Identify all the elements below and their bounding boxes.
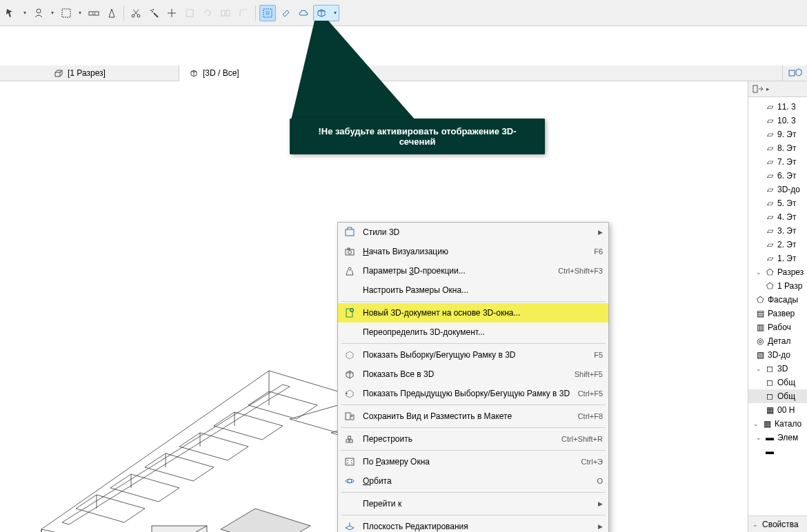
menu-show-prev-3d[interactable]: Показать Предыдущую Выборку/Бегущую Рамк…: [338, 384, 608, 403]
story-icon: ▱: [765, 171, 775, 181]
menu-rebuild[interactable]: Перестроить Ctrl+Shift+R: [338, 429, 608, 449]
svg-rect-28: [348, 436, 351, 439]
tree-story[interactable]: ▱5. Эт: [748, 196, 807, 210]
menu-fit-window[interactable]: По Размеру Окна Ctrl+Э: [338, 452, 608, 471]
tree-story[interactable]: ▱8. Эт: [748, 141, 807, 155]
tree-3d-generic[interactable]: ◻Общ: [748, 376, 807, 389]
menu-label: Показать Предыдущую Выборку/Бегущую Рамк…: [363, 389, 571, 398]
tree-story[interactable]: ▱9. Эт: [748, 127, 807, 141]
tree-story[interactable]: ▱10. 3: [748, 114, 807, 127]
menu-save-view-layout[interactable]: Сохранить Вид и Разместить в Макете Ctrl…: [338, 407, 608, 426]
navigator-header[interactable]: [748, 81, 807, 97]
cube-icon: ◻: [765, 378, 775, 387]
sep: [255, 6, 256, 21]
tool-ruler[interactable]: 12: [86, 5, 102, 21]
menu-window-size[interactable]: Настроить Размеры Окна...: [338, 280, 608, 300]
orbit-icon: [343, 475, 356, 487]
menu-new-3d-document[interactable]: Новый 3D-документ на основе 3D-окна...: [338, 303, 608, 323]
story-icon: ▱: [765, 198, 775, 208]
menu-show-all-3d[interactable]: Показать Все в 3D Shift+F5: [338, 365, 608, 384]
section-icon: ⬠: [765, 281, 775, 291]
svg-point-22: [348, 267, 351, 270]
menu-goto[interactable]: Перейти к ▶: [338, 494, 608, 513]
svg-point-0: [37, 9, 41, 13]
tree-elements[interactable]: ▬Элем: [748, 431, 807, 444]
tool-eraser[interactable]: [277, 5, 294, 21]
tree-3d[interactable]: ◻3D: [748, 362, 807, 376]
story-icon: ▱: [765, 226, 775, 236]
tool-resize[interactable]: [181, 5, 198, 21]
tree-story[interactable]: ▱11. 3: [748, 100, 807, 114]
menu-label: Начать Визуализацию: [363, 247, 587, 256]
svg-rect-14: [789, 70, 795, 76]
menu-orbit[interactable]: Орбита O: [338, 471, 608, 491]
tree-story[interactable]: ▱6. Эт: [748, 169, 807, 183]
tool-user[interactable]: [30, 5, 57, 21]
menu-label: Параметры 3D-проекции...: [363, 266, 551, 276]
tool-cloud[interactable]: [295, 5, 312, 21]
menu-shortcut: F6: [594, 247, 603, 256]
tool-split[interactable]: [217, 5, 234, 21]
tree-story[interactable]: ▱1. Эт: [748, 252, 807, 265]
styles-icon: [343, 226, 356, 238]
menu-start-render[interactable]: Начать Визуализацию F6: [338, 242, 608, 261]
tree-section-item[interactable]: ⬠1 Разр: [748, 279, 807, 293]
blank-icon: [343, 498, 356, 510]
menu-shortcut: Ctrl+Shift+R: [561, 435, 603, 443]
menu-label: Новый 3D-документ на основе 3D-окна...: [363, 308, 603, 318]
menu-separator: [341, 492, 606, 493]
tree-details[interactable]: ◎Детал: [748, 334, 807, 348]
callout-text: !Не забудьте активировать отображение 3D…: [319, 126, 517, 147]
tree-layouts[interactable]: ▥Рабоч: [748, 320, 807, 334]
tree-docs3d[interactable]: ▧3D-до: [748, 348, 807, 362]
svg-rect-11: [226, 10, 230, 16]
tool-selection-box[interactable]: [259, 5, 276, 21]
tree-3d-00[interactable]: ▦00 Н: [748, 403, 807, 417]
ws-icon: ▤: [755, 309, 765, 318]
tree-sections[interactable]: ⬠Разрез: [748, 265, 807, 279]
navigator-panel: ▱11. 3 ▱10. 3 ▱9. Эт ▱8. Эт ▱7. Эт ▱6. Э…: [748, 81, 807, 532]
tree-elevations[interactable]: ⬠Фасады: [748, 293, 807, 307]
tree-story[interactable]: ▱3D-до: [748, 183, 807, 196]
menu-redefine-3d-doc[interactable]: Переопределить 3D-документ...: [338, 323, 608, 342]
properties-label: Свойства: [762, 520, 799, 529]
tool-fillet[interactable]: [235, 5, 252, 21]
elev-icon: ⬠: [755, 295, 765, 305]
tool-trim[interactable]: [163, 5, 180, 21]
projection-icon: [343, 265, 356, 277]
svg-point-6: [150, 10, 152, 11]
tree-worksheets[interactable]: ▤Развер: [748, 307, 807, 320]
svg-rect-18: [346, 229, 354, 236]
tool-arrow[interactable]: [3, 5, 29, 21]
story-icon: ▱: [765, 143, 775, 153]
svg-rect-25: [346, 413, 350, 420]
cube-icon: ◻: [765, 391, 775, 401]
tool-compass[interactable]: [103, 5, 120, 21]
story-icon: ▱: [765, 157, 775, 167]
tree-story[interactable]: ▱3. Эт: [748, 224, 807, 238]
svg-rect-21: [348, 248, 350, 249]
tab-1-razrez[interactable]: [1 Разрез]: [0, 65, 179, 81]
menu-edit-plane[interactable]: Плоскость Редактирования ▶: [338, 517, 608, 532]
tool-spray[interactable]: [146, 5, 162, 21]
catalog-icon: ▦: [762, 419, 772, 429]
menu-label: Орбита: [363, 476, 590, 486]
tree-story[interactable]: ▱2. Эт: [748, 238, 807, 252]
properties-panel-header[interactable]: Свойства: [748, 515, 807, 532]
camera-icon: [343, 245, 356, 258]
tree-blank[interactable]: ▬: [748, 444, 807, 458]
tab-right-control[interactable]: [782, 65, 807, 81]
tree-story[interactable]: ▱7. Эт: [748, 155, 807, 169]
svg-rect-9: [186, 10, 193, 17]
tool-scissors[interactable]: [128, 5, 144, 21]
tree-3d-generic-selected[interactable]: ◻Общ: [748, 389, 807, 403]
cube-icon: [189, 68, 199, 78]
tool-rotate[interactable]: [199, 5, 216, 21]
menu-styles-3d[interactable]: Стили 3D ▶: [338, 223, 608, 242]
tool-3d-cutaway[interactable]: [313, 5, 339, 21]
menu-projection-params[interactable]: Параметры 3D-проекции... Ctrl+Shift+F3: [338, 261, 608, 280]
menu-show-selection-3d[interactable]: Показать Выборку/Бегущую Рамку в 3D F5: [338, 345, 608, 365]
tree-catalog[interactable]: ▦Катало: [748, 417, 807, 431]
tree-story[interactable]: ▱4. Эт: [748, 210, 807, 224]
tool-marquee[interactable]: [58, 5, 84, 21]
